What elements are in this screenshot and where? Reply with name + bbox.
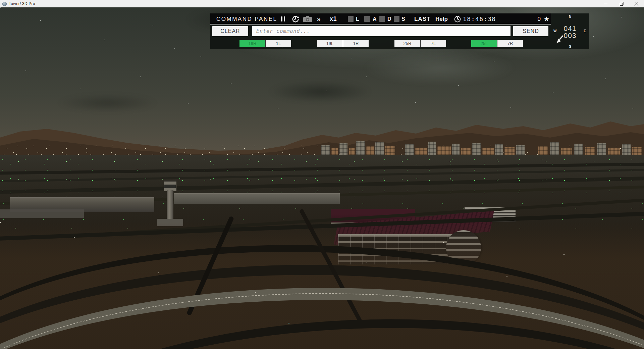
compass-north-label: N [551,15,589,18]
minimize-button[interactable] [598,0,613,7]
command-panel: COMMAND PANEL » x1 L [210,13,589,49]
fast-forward-button[interactable]: » [317,13,321,24]
wind-arrow-icon [556,34,565,44]
command-panel-topbar: COMMAND PANEL » x1 L [210,13,551,24]
toggle-departure-checkbox[interactable] [379,16,385,22]
window-title: Tower! 3D Pro [9,1,35,6]
camera-icon [303,16,312,22]
close-button[interactable] [629,0,644,7]
concourse-building [174,193,340,204]
wind-direction-value: 041 [551,25,589,32]
scene-viewport[interactable] [0,7,644,349]
runway-group-25R-7L: 25R 7L [394,40,446,47]
toggle-landing-label: L [356,13,359,24]
pause-button[interactable] [281,13,285,24]
toggle-strips-checkbox[interactable] [394,16,399,22]
help-button[interactable]: Help [435,13,448,24]
hangar-buildings [0,209,84,218]
replay-button[interactable] [291,13,300,24]
last-command-button[interactable]: LAST [414,13,430,24]
score-star-icon: ★ [544,13,549,24]
runway-group-19L-1R: 19L 1R [317,40,369,47]
command-input[interactable] [252,26,511,36]
send-button[interactable]: SEND [513,26,548,36]
runway-group-25L-7R: 25L 7R [471,40,523,47]
runway-button-7L[interactable]: 7L [420,40,446,47]
sim-speed-button[interactable]: x1 [330,13,337,24]
close-icon [634,2,639,6]
pause-icon [284,16,285,21]
toggle-arrival-label: A [373,13,377,24]
app-window: Tower! 3D Pro [0,0,644,349]
runway-button-1R[interactable]: 1R [343,40,369,47]
clock-icon [454,13,461,24]
runway-group-19R-1L: 19R 1L [239,40,291,47]
compass-south-label: S [551,45,589,48]
toggle-strips-label: S [401,13,405,24]
screenshot-button[interactable] [303,13,312,24]
score-value: 0 [538,13,541,24]
clear-button[interactable]: CLEAR [212,26,248,36]
runway-button-19L[interactable]: 19L [317,40,343,47]
runway-button-1L[interactable]: 1L [265,40,291,47]
replay-icon [291,15,300,23]
toggle-landing-checkbox[interactable] [348,16,354,22]
runway-button-7R[interactable]: 7R [497,40,523,47]
runway-button-19R[interactable]: 19R [239,40,265,47]
toggle-departure-label: D [387,13,391,24]
runway-button-25L[interactable]: 25L [471,40,497,47]
restore-icon [620,3,623,6]
car-lights [0,222,1,223]
wind-compass: N W E S 041 003 [551,13,589,49]
command-panel-title: COMMAND PANEL [216,13,277,24]
pause-icon [281,16,282,21]
restore-button[interactable] [613,0,629,7]
window-titlebar: Tower! 3D Pro [0,0,644,7]
scene-foreground [0,222,644,349]
app-icon [2,2,7,6]
sim-time: 18:46:38 [463,13,496,24]
window-controls [598,0,644,7]
minimize-icon [604,4,607,4]
toggle-arrival-checkbox[interactable] [364,16,370,22]
runway-button-25R[interactable]: 25R [394,40,420,47]
